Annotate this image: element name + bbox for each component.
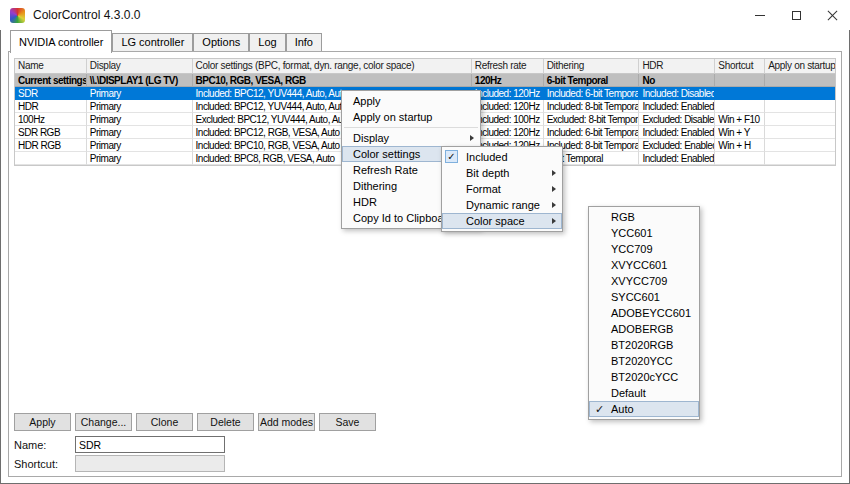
menu-item-label: YCC709 <box>611 243 653 255</box>
column-header-hdr[interactable]: HDR <box>639 59 715 74</box>
cell-dithering: Included: 6-bit Temporal <box>544 87 640 100</box>
column-header-refresh-rate[interactable]: Refresh rate <box>472 59 544 74</box>
menu-item-label: RGB <box>611 211 635 223</box>
menu-item-label: Refresh Rate <box>353 164 418 176</box>
minimize-button[interactable] <box>742 0 778 30</box>
menu-item-label: HDR <box>353 196 377 208</box>
cell-name: HDR <box>15 100 87 113</box>
row-current-settings[interactable]: Current settings \\.\DISPLAY1 (LG TV) BP… <box>15 74 835 87</box>
maximize-button[interactable] <box>778 0 814 30</box>
submenu-arrow-icon <box>552 186 556 192</box>
menu-item-rgb[interactable]: RGB <box>589 209 699 225</box>
menu-item-label: Dynamic range <box>466 199 540 211</box>
cell-shortcut: Win + F10 <box>715 113 765 126</box>
cell-hdr: Excluded: Disabled <box>639 113 715 126</box>
add-modes-button[interactable]: Add modes <box>258 413 315 431</box>
menu-item-included[interactable]: ✓ Included <box>442 149 562 165</box>
menu-item-bt2020rgb[interactable]: BT2020RGB <box>589 337 699 353</box>
menu-item-xvycc601[interactable]: XVYCC601 <box>589 257 699 273</box>
cell-refresh-rate: Included: 120Hz <box>472 100 544 113</box>
cell-hdr: Included: Enabled <box>639 126 715 139</box>
shortcut-label: Shortcut: <box>14 458 58 470</box>
column-header-name[interactable]: Name <box>15 59 87 74</box>
cell-shortcut: Win + Y <box>715 126 765 139</box>
cell-color-settings: BPC10, RGB, VESA, RGB <box>193 74 472 87</box>
cell-display: Primary <box>87 139 193 152</box>
menu-item-apply[interactable]: Apply <box>342 93 480 109</box>
submenu-color-space: RGB YCC601 YCC709 XVYCC601 XVYCC709 SYCC… <box>588 206 700 420</box>
cell-display: \\.\DISPLAY1 (LG TV) <box>87 74 193 87</box>
menu-item-label: Apply on startup <box>353 111 433 123</box>
menu-item-label: Auto <box>611 403 634 415</box>
tab-nvidia-controller[interactable]: NVIDIA controller <box>10 30 112 53</box>
menu-item-label: XVYCC709 <box>611 275 667 287</box>
cell-dithering: Excluded: 8-bit Temporal <box>544 113 640 126</box>
tab-lg-controller[interactable]: LG controller <box>112 33 193 51</box>
tab-info[interactable]: Info <box>286 33 322 51</box>
column-header-shortcut[interactable]: Shortcut <box>715 59 765 74</box>
tab-options[interactable]: Options <box>193 33 249 51</box>
column-header-color-settings[interactable]: Color settings (BPC, format, dyn. range,… <box>193 59 472 74</box>
menu-item-bit-depth[interactable]: Bit depth <box>442 165 562 181</box>
change-button[interactable]: Change... <box>75 413 132 431</box>
menu-item-ycc709[interactable]: YCC709 <box>589 241 699 257</box>
cell-display: Primary <box>87 126 193 139</box>
column-header-apply-on-startup[interactable]: Apply on startup <box>765 59 835 74</box>
shortcut-input[interactable] <box>75 455 225 472</box>
menu-item-label: Format <box>466 183 501 195</box>
menu-item-label: Apply <box>353 95 381 107</box>
tab-log[interactable]: Log <box>249 33 285 51</box>
menu-item-label: Included <box>466 151 508 163</box>
cell-hdr: Included: Enabled <box>639 100 715 113</box>
menu-item-format[interactable]: Format <box>442 181 562 197</box>
menu-item-label: Bit depth <box>466 167 509 179</box>
menu-item-label: Default <box>611 387 646 399</box>
menu-item-color-space[interactable]: Color space <box>442 213 562 229</box>
menu-item-xvycc709[interactable]: XVYCC709 <box>589 273 699 289</box>
name-input[interactable] <box>75 436 225 453</box>
menu-item-adobeycc601[interactable]: ADOBEYCC601 <box>589 305 699 321</box>
cell-apply-on-startup <box>765 87 835 100</box>
close-button[interactable] <box>814 0 850 30</box>
menu-item-display[interactable]: Display <box>342 130 480 146</box>
save-button[interactable]: Save <box>319 413 376 431</box>
menu-item-auto[interactable]: ✓ Auto <box>589 401 699 417</box>
checkmark-icon: ✓ <box>445 150 458 163</box>
menu-item-bt2020ycc[interactable]: BT2020YCC <box>589 353 699 369</box>
cell-apply-on-startup <box>765 139 835 152</box>
menu-item-apply-on-startup[interactable]: Apply on startup <box>342 109 480 125</box>
menu-item-label: Color space <box>466 215 525 227</box>
title-bar: ColorControl 4.3.0.0 <box>0 0 850 30</box>
delete-button[interactable]: Delete <box>197 413 254 431</box>
column-header-display[interactable]: Display <box>87 59 193 74</box>
table-header-row: Name Display Color settings (BPC, format… <box>15 59 835 74</box>
cell-shortcut <box>715 152 765 165</box>
minimize-icon <box>755 15 765 16</box>
cell-refresh-rate: Included: 120Hz <box>472 87 544 100</box>
menu-item-label: YCC601 <box>611 227 653 239</box>
cell-hdr: Included: Disabled <box>639 87 715 100</box>
menu-item-label: BT2020cYCC <box>611 371 678 383</box>
cell-display: Primary <box>87 152 193 165</box>
cell-display: Primary <box>87 87 193 100</box>
app-icon <box>10 8 25 23</box>
column-header-dithering[interactable]: Dithering <box>544 59 640 74</box>
menu-item-dynamic-range[interactable]: Dynamic range <box>442 197 562 213</box>
cell-shortcut: Win + H <box>715 139 765 152</box>
menu-item-bt2020cycc[interactable]: BT2020cYCC <box>589 369 699 385</box>
cell-apply-on-startup <box>765 100 835 113</box>
menu-item-default[interactable]: Default <box>589 385 699 401</box>
name-label: Name: <box>14 439 46 451</box>
clone-button[interactable]: Clone <box>136 413 193 431</box>
menu-item-sycc601[interactable]: SYCC601 <box>589 289 699 305</box>
menu-item-label: XVYCC601 <box>611 259 667 271</box>
menu-item-adobergb[interactable]: ADOBERGB <box>589 321 699 337</box>
menu-item-label: Color settings <box>353 148 420 160</box>
cell-name: Current settings <box>15 74 87 87</box>
menu-item-label: BT2020RGB <box>611 339 673 351</box>
cell-name: SDR <box>15 87 87 100</box>
cell-name <box>15 152 87 165</box>
apply-button[interactable]: Apply <box>14 413 71 431</box>
menu-item-ycc601[interactable]: YCC601 <box>589 225 699 241</box>
window-title: ColorControl 4.3.0.0 <box>33 8 140 22</box>
